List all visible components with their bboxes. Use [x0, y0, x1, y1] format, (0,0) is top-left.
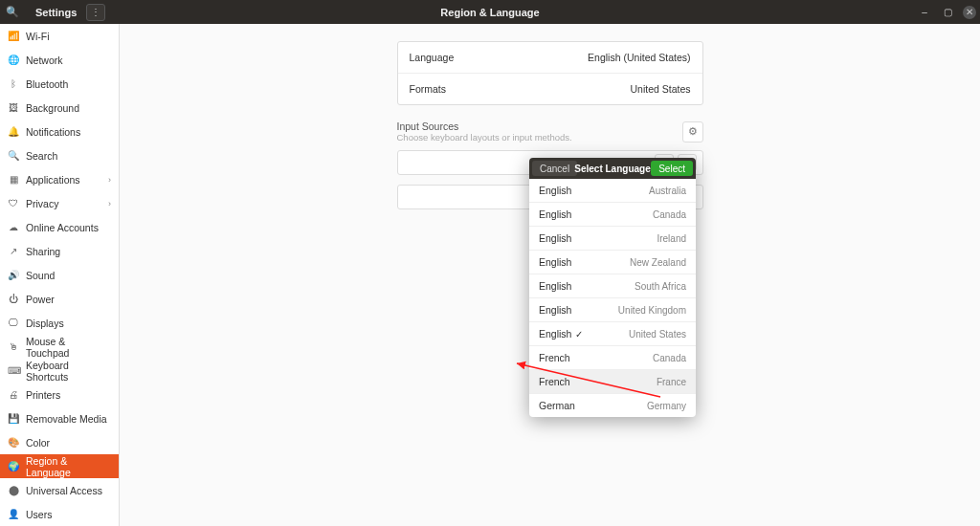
- sidebar-icon: 🌐: [8, 55, 19, 65]
- sidebar-icon: 🖵: [8, 318, 19, 328]
- sidebar-item-mouse-touchpad[interactable]: 🖱Mouse & Touchpad: [0, 335, 119, 359]
- sidebar-item-label: Sharing: [26, 246, 60, 257]
- sidebar-icon: ⬤: [8, 485, 19, 495]
- maximize-button[interactable]: ▢: [940, 7, 955, 17]
- sidebar-item-online-accounts[interactable]: ☁Online Accounts: [0, 215, 119, 239]
- sidebar-icon: ⌨: [8, 365, 19, 376]
- language-row-english-australia[interactable]: EnglishAustralia: [529, 179, 696, 203]
- sidebar-icon: 🛡: [8, 198, 19, 208]
- language-name: English: [539, 208, 571, 220]
- sidebar-item-notifications[interactable]: 🔔Notifications: [0, 120, 119, 143]
- language-row-french-france[interactable]: FrenchFrance: [529, 370, 696, 394]
- language-name: English: [539, 185, 571, 196]
- input-sources-label: Input Sources: [397, 121, 572, 132]
- sidebar-item-power[interactable]: ⏻Power: [0, 287, 119, 311]
- language-row[interactable]: Language English (United States): [398, 42, 702, 74]
- language-row-french-canada[interactable]: FrenchCanada: [529, 346, 696, 370]
- sidebar-item-label: Wi-Fi: [26, 31, 50, 42]
- sidebar-item-wi-fi[interactable]: 📶Wi-Fi: [0, 24, 119, 48]
- language-row-english-new-zealand[interactable]: EnglishNew Zealand: [529, 251, 696, 274]
- search-icon[interactable]: 🔍: [0, 0, 24, 24]
- language-region: Canada: [653, 353, 686, 363]
- sidebar-item-label: Online Accounts: [26, 222, 99, 233]
- sidebar-item-label: Printers: [26, 389, 60, 401]
- language-row-english-ireland[interactable]: EnglishIreland: [529, 227, 696, 251]
- titlebar: 🔍 Settings ⋮ Region & Language – ▢ ✕: [0, 0, 980, 24]
- sidebar-item-sharing[interactable]: ↗Sharing: [0, 239, 119, 263]
- sidebar-item-label: Region & Language: [26, 455, 111, 478]
- sidebar-item-label: Power: [26, 294, 55, 305]
- language-row-german-germany[interactable]: GermanGermany: [529, 394, 696, 417]
- language-name: English✓: [539, 328, 583, 340]
- sidebar-item-label: Users: [26, 509, 52, 520]
- sidebar-icon: 🔊: [8, 270, 19, 280]
- language-label: Language: [410, 52, 455, 63]
- language-row-english-united-kingdom[interactable]: EnglishUnited Kingdom: [529, 298, 696, 322]
- sidebar-icon: 📶: [8, 31, 19, 41]
- sidebar-item-privacy[interactable]: 🛡Privacy›: [0, 191, 119, 215]
- sidebar-icon: ☁: [8, 222, 19, 232]
- select-language-dialog: Cancel Select Language Select EnglishAus…: [529, 158, 696, 417]
- sidebar-icon: ᛒ: [8, 78, 19, 89]
- sidebar-icon: 🔍: [8, 150, 19, 161]
- chevron-right-icon: ›: [108, 199, 111, 208]
- sidebar-item-label: Mouse & Touchpad: [26, 336, 111, 359]
- language-region: Australia: [649, 186, 686, 196]
- sidebar-item-displays[interactable]: 🖵Displays: [0, 311, 119, 335]
- page-title: Region & Language: [0, 7, 980, 18]
- dialog-title: Select Language: [529, 164, 696, 174]
- chevron-right-icon: ›: [108, 175, 111, 185]
- sidebar-item-network[interactable]: 🌐Network: [0, 48, 119, 72]
- sidebar-item-color[interactable]: 🎨Color: [0, 430, 119, 454]
- sidebar-item-label: Search: [26, 150, 57, 162]
- sidebar-item-label: Applications: [26, 174, 80, 186]
- sidebar-item-printers[interactable]: 🖨Printers: [0, 383, 119, 406]
- language-region: United States: [629, 329, 686, 340]
- sidebar-icon: 🌍: [8, 461, 19, 471]
- sidebar-icon: 👤: [8, 509, 19, 519]
- formats-label: Formats: [410, 83, 447, 95]
- formats-row[interactable]: Formats United States: [398, 74, 702, 104]
- sidebar-item-background[interactable]: 🖼Background: [0, 96, 119, 120]
- sidebar-item-label: Network: [26, 55, 63, 66]
- sidebar-icon: ▦: [8, 174, 19, 185]
- menu-button[interactable]: ⋮: [86, 4, 105, 21]
- sidebar-item-applications[interactable]: ▦Applications›: [0, 167, 119, 191]
- language-region: France: [657, 377, 686, 387]
- language-name: English: [539, 304, 571, 316]
- language-list: EnglishAustraliaEnglishCanadaEnglishIrel…: [529, 179, 696, 417]
- minimize-button[interactable]: –: [917, 7, 932, 17]
- check-icon: ✓: [575, 329, 583, 340]
- sidebar-item-label: Bluetooth: [26, 78, 68, 90]
- sidebar-icon: 🔔: [8, 126, 19, 137]
- sidebar-icon: 🖨: [8, 389, 19, 400]
- sidebar-item-users[interactable]: 👤Users: [0, 502, 119, 526]
- language-row-english-south-africa[interactable]: EnglishSouth Africa: [529, 274, 696, 298]
- sidebar-item-label: Sound: [26, 270, 55, 281]
- language-name: English: [539, 280, 571, 292]
- sidebar-item-sound[interactable]: 🔊Sound: [0, 263, 119, 287]
- close-button[interactable]: ✕: [963, 6, 976, 19]
- language-row-english-canada[interactable]: EnglishCanada: [529, 203, 696, 227]
- app-title: Settings: [35, 7, 77, 18]
- sidebar-icon: 🎨: [8, 437, 19, 448]
- sidebar-icon: 💾: [8, 413, 19, 424]
- sidebar-item-keyboard-shortcuts[interactable]: ⌨Keyboard Shortcuts: [0, 359, 119, 383]
- sidebar-item-bluetooth[interactable]: ᛒBluetooth: [0, 72, 119, 96]
- language-region: Ireland: [657, 233, 686, 244]
- sidebar-item-label: Notifications: [26, 126, 80, 138]
- sidebar-item-removable-media[interactable]: 💾Removable Media: [0, 406, 119, 430]
- sidebar-item-universal-access[interactable]: ⬤Universal Access: [0, 478, 119, 502]
- language-name: English: [539, 232, 571, 244]
- sidebar-item-search[interactable]: 🔍Search: [0, 143, 119, 167]
- language-row-english-united-states[interactable]: English✓United States: [529, 322, 696, 346]
- language-region: New Zealand: [630, 257, 686, 268]
- language-region: United Kingdom: [618, 305, 686, 316]
- region-panel: Language English (United States) Formats…: [397, 41, 703, 105]
- language-name: German: [539, 400, 575, 411]
- sidebar-item-region-language[interactable]: 🌍Region & Language: [0, 454, 119, 478]
- language-name: English: [539, 256, 571, 268]
- gear-icon[interactable]: ⚙: [682, 121, 703, 142]
- sidebar-item-label: Color: [26, 437, 50, 449]
- sidebar: 📶Wi-Fi🌐NetworkᛒBluetooth🖼Background🔔Noti…: [0, 24, 120, 526]
